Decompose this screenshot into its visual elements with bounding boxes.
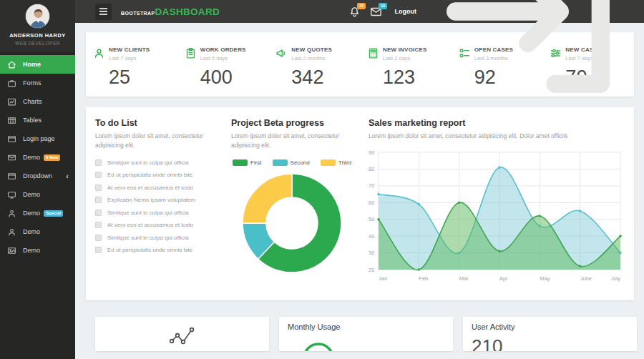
legend-label: Second — [291, 159, 310, 166]
svg-text:20: 20 — [369, 266, 374, 272]
sidebar-item-label: Charts — [23, 98, 42, 105]
todo-item-label: Explicabo Nemo ipsam voluptatem — [107, 197, 195, 203]
logout-label: Logout — [395, 8, 417, 15]
todo-item[interactable]: Explicabo Nemo ipsam voluptatem — [95, 197, 218, 203]
logout-icon — [416, 0, 634, 120]
todo-item-label: Ed ut perspiciatis unde omnis iste — [107, 172, 192, 178]
monthly-usage-panel: Monthly Usage — [279, 317, 453, 351]
logout-button[interactable]: Logout — [395, 0, 635, 120]
stat-label: WORK ORDERS — [200, 46, 246, 53]
legend-item-second: Second — [273, 159, 310, 166]
sidebar-item-label: Home — [23, 61, 41, 68]
megaphone-icon — [275, 47, 288, 59]
topbar: BOOTSTRAP DASHBOARD 13 10 Logout — [75, 0, 644, 23]
user-activity-title: User Activity — [472, 323, 628, 331]
clipboard-icon — [185, 47, 197, 59]
area-chart: 2030405060708090JanFebMarAprMayJuneJuly — [369, 147, 627, 288]
sidebar-item-demo[interactable]: Demo — [0, 185, 75, 204]
svg-text:June: June — [580, 275, 592, 282]
todo-item[interactable]: At vero eos et accusamus et iusto — [95, 222, 218, 228]
todo-checkbox[interactable] — [95, 159, 102, 166]
user-name: ANDERSON HARDY — [0, 32, 75, 39]
todo-checkbox[interactable] — [95, 235, 102, 241]
todo-item-label: Ed ut perspiciatis unde omnis iste — [107, 247, 192, 253]
sidebar-item-dropdown[interactable]: Dropdown‹ — [0, 167, 75, 185]
avatar[interactable] — [25, 4, 50, 29]
todo-checkbox[interactable] — [95, 210, 102, 216]
stat-work-orders: WORK ORDERSLast 5 days400 — [177, 32, 269, 97]
stat-new-clients: NEW CLIENTSLast 7 days25 — [86, 32, 177, 97]
sidebar-item-login-page[interactable]: Login page — [0, 129, 75, 148]
project-progress-subtitle: Lorem ipsum dolor sit amet, consectetur … — [231, 132, 353, 150]
svg-text:80: 80 — [369, 166, 374, 172]
notifications-button[interactable]: 13 — [348, 6, 361, 18]
sidebar-item-forms[interactable]: Forms — [0, 74, 75, 92]
image-icon — [7, 246, 16, 255]
donut-segment-third — [243, 174, 292, 223]
todo-checkbox[interactable] — [95, 172, 102, 178]
todo-checkbox[interactable] — [95, 185, 102, 191]
browser-icon — [7, 134, 16, 144]
stat-value: 25 — [109, 67, 177, 89]
chevron-left-icon: ‹ — [66, 172, 69, 180]
todo-item[interactable]: Simlique sunt in culpa qui officia — [95, 159, 218, 166]
sidebar-item-demo[interactable]: Demo — [0, 241, 75, 260]
legend-item-third: Third — [321, 159, 351, 166]
data-point — [579, 265, 582, 267]
user-activity-panel: User Activity 210 — [463, 317, 637, 351]
svg-text:50: 50 — [369, 216, 374, 222]
project-progress-title: Project Beta progress — [231, 118, 353, 128]
chart-icon — [7, 97, 16, 107]
todo-title: To do List — [95, 118, 218, 128]
svg-text:Apr: Apr — [499, 275, 508, 282]
todo-item-label: Simlique sunt in culpa qui officia — [107, 159, 189, 166]
message-count-badge: 10 — [379, 3, 386, 9]
svg-text:40: 40 — [369, 232, 374, 239]
todo-checkbox[interactable] — [95, 247, 102, 253]
svg-text:Feb: Feb — [419, 275, 428, 282]
legend-swatch — [321, 159, 336, 166]
sidebar-item-label: Demo — [23, 247, 40, 254]
user-activity-value: 210 — [472, 335, 628, 351]
todo-item-label: Simlique sunt in culpa qui officia — [107, 210, 189, 216]
sidebar-item-demo[interactable]: Demo — [0, 222, 75, 241]
todo-item[interactable]: Ed ut perspiciatis unde omnis iste — [95, 172, 218, 178]
brand-logo[interactable]: BOOTSTRAP DASHBOARD — [121, 6, 220, 17]
stat-period: Last 7 days — [109, 55, 150, 62]
todo-item[interactable]: Simlique sunt in culpa qui officia — [95, 235, 218, 241]
messages-button[interactable]: 10 — [370, 6, 382, 18]
sidebar-item-home[interactable]: Home — [0, 55, 75, 74]
sidebar-item-label: Demo — [23, 154, 40, 161]
todo-item[interactable]: Ed ut perspiciatis unde omnis iste — [95, 247, 218, 253]
sidebar-item-label: Login page — [23, 135, 55, 142]
todo-checkbox[interactable] — [95, 222, 102, 228]
dashboard-card: To do List Lorem ipsum dolor sit amet, c… — [86, 107, 634, 300]
sidebar-item-demo[interactable]: DemoSpecial — [0, 204, 75, 222]
legend-swatch — [233, 159, 248, 166]
sidebar-item-charts[interactable]: Charts — [0, 92, 75, 111]
data-point — [498, 166, 501, 169]
svg-text:70: 70 — [369, 182, 374, 189]
data-point — [498, 250, 501, 252]
menu-toggle-button[interactable] — [95, 4, 112, 20]
stat-label: NEW QUOTES — [291, 46, 332, 53]
svg-text:60: 60 — [369, 200, 374, 206]
todo-item[interactable]: Simlique sunt in culpa qui officia — [95, 210, 218, 216]
donut-legend: FirstSecondThird — [231, 159, 353, 166]
browser-icon — [7, 172, 16, 181]
sidebar-item-label: Demo — [23, 191, 40, 198]
sidebar-item-demo[interactable]: Demo6 New — [0, 148, 75, 167]
svg-text:May: May — [540, 275, 550, 282]
data-point — [418, 203, 421, 206]
data-point — [458, 201, 461, 204]
brand-name: DASHBOARD — [155, 6, 220, 17]
sales-report-panel: Sales marketing report Lorem ipsum dolor… — [369, 118, 627, 300]
sidebar-item-tables[interactable]: Tables — [0, 111, 75, 129]
todo-item[interactable]: At vero eos et accusamus et iusto — [95, 185, 218, 191]
legend-swatch — [273, 159, 288, 166]
todo-checkbox[interactable] — [95, 197, 102, 203]
sidebar-item-badge: 6 New — [44, 154, 60, 161]
sidebar-item-badge: Special — [44, 210, 63, 217]
user-icon — [7, 227, 16, 237]
sidebar-profile: ANDERSON HARDY WEB DEVELOPER — [0, 0, 75, 52]
